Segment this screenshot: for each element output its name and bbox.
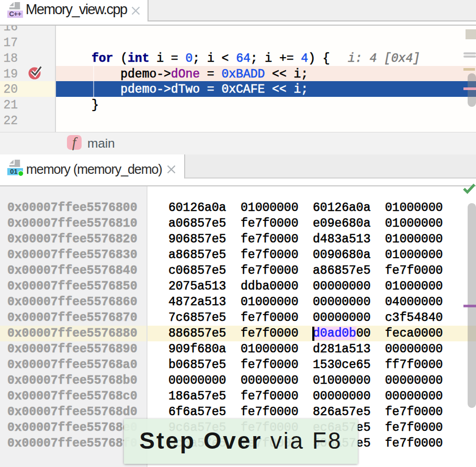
svg-text:01: 01 [10,168,17,175]
svg-text:C++: C++ [9,10,21,18]
